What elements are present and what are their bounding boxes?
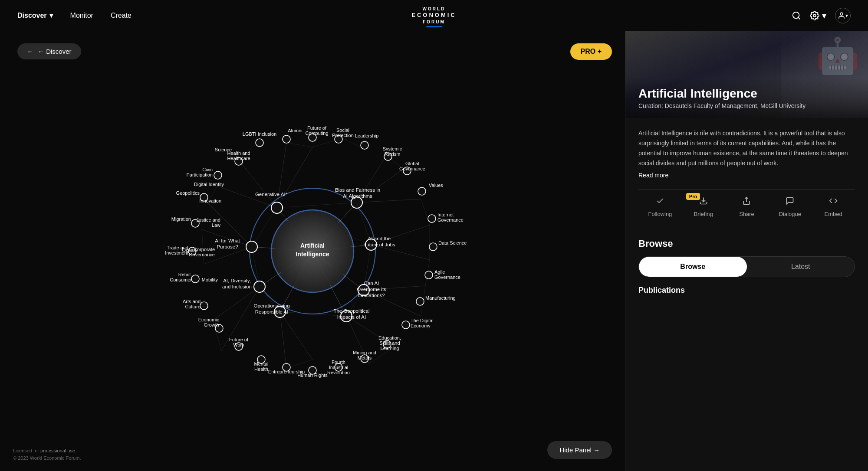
svg-point-2 [840,13,843,15]
svg-point-92 [246,241,257,252]
svg-point-59 [283,135,290,143]
svg-text:Overcome its: Overcome its [357,287,386,292]
share-action[interactable]: Share [725,196,769,217]
browse-tab-latest[interactable]: Latest [747,257,855,277]
svg-text:Digital Identity: Digital Identity [194,182,224,187]
svg-text:Civic: Civic [202,167,213,172]
browse-section: Browse Browse Latest Publications [625,238,868,309]
panel-title: Artificial Intelligence [638,87,855,101]
svg-point-68 [425,271,433,279]
svg-point-79 [200,302,208,310]
svg-text:Can AI: Can AI [364,281,379,286]
svg-text:Governance: Governance [434,275,460,280]
panel-subtitle: Curation: Desautels Faculty of Managemen… [638,102,855,109]
hero-text: Artificial Intelligence Curation: Desaut… [625,78,868,118]
back-button[interactable]: ← ← Discover [17,43,81,59]
pro-badge: Pro [686,193,700,200]
browse-tabs: Browse Latest [638,256,855,277]
svg-line-34 [277,203,357,208]
svg-text:Artificial: Artificial [300,242,325,249]
svg-text:Learning: Learning [381,346,399,351]
svg-point-58 [256,139,263,147]
svg-text:Economy: Economy [411,323,431,328]
user-avatar[interactable]: ▾ [835,8,851,23]
search-button[interactable] [792,11,801,20]
svg-text:Mining and: Mining and [353,350,376,355]
svg-text:Entrepreneurship: Entrepreneurship [268,369,305,374]
svg-line-27 [280,312,312,360]
svg-text:Global: Global [405,161,419,166]
svg-text:Governance: Governance [437,217,464,222]
embed-action[interactable]: Embed [812,196,855,217]
svg-line-41 [252,247,260,287]
svg-text:Mental: Mental [254,361,268,366]
svg-text:Work: Work [233,342,244,347]
publications-title: Publications [638,286,855,295]
settings-button[interactable]: ▾ [810,10,826,21]
svg-line-17 [217,186,277,208]
svg-text:Agile: Agile [434,269,445,275]
network-area: ← ← Discover PRO + [0,31,625,471]
share-label: Share [739,211,754,217]
svg-text:AI for What: AI for What [215,238,240,243]
copyright: Licensed for professional use. © 2023 Wo… [13,447,81,462]
svg-text:Leadership: Leadership [355,133,378,138]
svg-text:Science: Science [215,147,232,152]
following-action[interactable]: Following [638,196,682,217]
pro-button[interactable]: PRO + [570,43,612,60]
dialogue-label: Dialogue [779,211,801,217]
svg-line-29 [213,287,260,321]
main-content: ← ← Discover PRO + [0,31,868,471]
svg-line-16 [239,160,277,208]
briefing-label: Briefing [694,211,713,217]
dialogue-action[interactable]: Dialogue [768,196,812,217]
svg-text:Responsible AI: Responsible AI [255,309,289,314]
svg-text:Culture: Culture [185,304,201,309]
svg-text:Consumer: Consumer [170,277,192,282]
svg-text:Innovation: Innovation [199,198,221,203]
panel-hero: 🤖 Artificial Intelligence Curation: Desa… [625,31,868,118]
chat-icon [786,196,794,207]
svg-text:Fourth: Fourth [332,360,345,365]
code-icon [829,196,838,207]
svg-point-80 [191,275,199,283]
read-more-link[interactable]: Read more [638,172,855,179]
svg-text:Revolution: Revolution [327,370,350,375]
svg-line-14 [277,147,312,208]
svg-text:Justice and: Justice and [196,217,220,222]
browse-tab-browse[interactable]: Browse [639,257,747,277]
nav-discover[interactable]: Discover ▾ [17,11,53,20]
svg-line-45 [286,143,312,147]
svg-line-28 [280,312,286,368]
svg-text:LGBTI Inclusion: LGBTI Inclusion [243,131,276,137]
svg-text:AI and the: AI and the [368,236,391,241]
svg-text:Industrial: Industrial [329,365,349,370]
svg-text:Health: Health [254,366,268,372]
svg-text:Manufacturing: Manufacturing [425,295,456,301]
svg-text:Racism: Racism [385,151,401,157]
chevron-down-icon: ▾ [822,10,826,21]
nav-create[interactable]: Create [111,12,132,20]
svg-text:Geopolitics: Geopolitics [176,190,200,196]
svg-text:Limitations?: Limitations? [358,293,385,298]
svg-text:Operationalizing: Operationalizing [253,303,289,308]
svg-text:Purpose?: Purpose? [217,244,238,249]
checkmark-icon [656,196,664,207]
svg-point-85 [271,202,283,213]
hide-panel-button[interactable]: Hide Panel → [547,441,612,459]
svg-line-20 [357,199,421,203]
professional-use-link[interactable]: professional use [40,448,75,453]
network-visualization: Health and Healthcare LGBTI Inclusion Al… [152,91,473,412]
svg-text:Healthcare: Healthcare [227,156,250,161]
arrow-left-icon: ← [27,48,33,55]
nav-monitor[interactable]: Monitor [70,12,93,20]
svg-point-67 [429,243,437,251]
svg-text:Internet: Internet [437,212,454,217]
svg-text:Generative AI*: Generative AI* [255,192,288,197]
svg-text:and Inclusion: and Inclusion [222,284,252,289]
svg-text:Metals: Metals [358,355,372,360]
svg-text:Impacts of AI: Impacts of AI [337,314,366,320]
svg-line-47 [343,138,360,147]
svg-text:Computing: Computing [305,131,328,136]
svg-text:Participation: Participation [186,172,213,177]
